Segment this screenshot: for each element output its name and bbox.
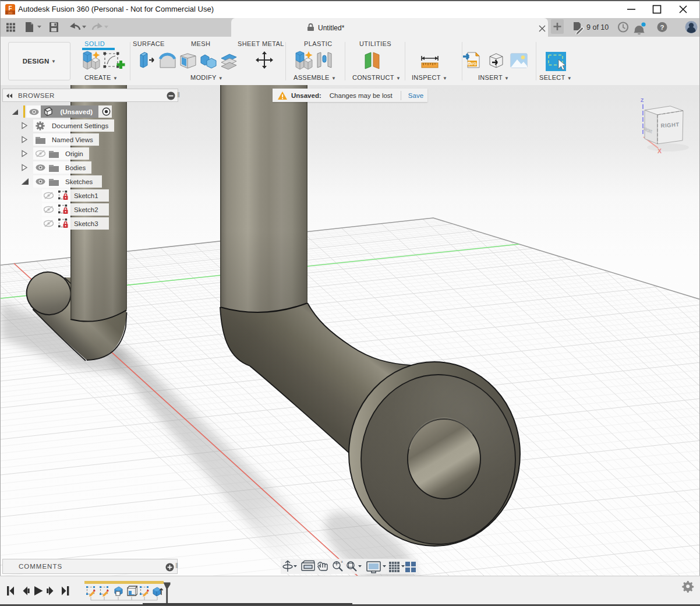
svg-text:360: 360 bbox=[8, 12, 13, 15]
svg-text:+: + bbox=[341, 560, 343, 564]
svg-text:?: ? bbox=[660, 24, 664, 31]
svg-text:F: F bbox=[8, 5, 12, 12]
svg-text:RIGHT: RIGHT bbox=[660, 121, 680, 129]
svg-text:Z: Z bbox=[641, 97, 644, 103]
svg-text:X: X bbox=[657, 147, 662, 154]
